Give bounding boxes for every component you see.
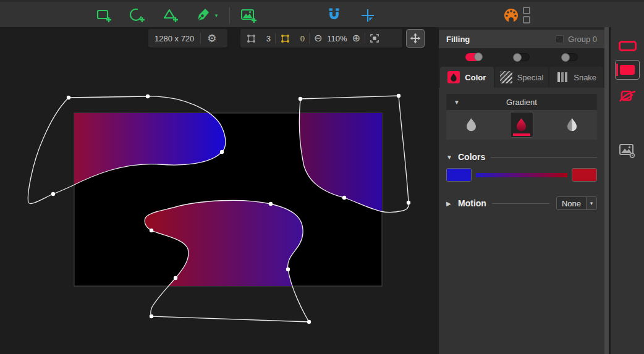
nodes-zoom-toolbar: 3 0 ⊖ 110% ⊕ — [240, 29, 402, 48]
artboard-scene — [0, 27, 439, 354]
anchor-point[interactable] — [174, 276, 177, 280]
divider — [275, 33, 276, 44]
fill-gradient-button[interactable] — [510, 112, 533, 138]
tab-label: Color — [465, 73, 486, 82]
zoom-out-icon[interactable]: ⊖ — [314, 33, 322, 43]
toggle-knob — [561, 53, 570, 62]
group-label: Group 0 — [568, 35, 597, 44]
gradient-preview-bar[interactable] — [476, 173, 567, 177]
pen-dropdown-icon[interactable]: ▾ — [211, 6, 221, 25]
handles-count: 0 — [295, 34, 305, 43]
nodes-count-icon — [246, 33, 256, 44]
image-fill-settings-icon[interactable] — [619, 143, 636, 159]
anchor-point[interactable] — [397, 94, 400, 98]
fill-visible-toggle[interactable] — [465, 53, 482, 61]
fit-to-screen-icon[interactable] — [370, 33, 379, 43]
motion-label: Motion — [458, 198, 486, 208]
fill-type-tabs: Color Special Snake — [439, 65, 604, 88]
zoom-in-icon[interactable]: ⊕ — [352, 33, 360, 43]
motion-value: None — [557, 197, 586, 209]
toggle-row — [439, 48, 604, 65]
panel-title: Filling — [446, 35, 470, 44]
palette-glyph — [502, 6, 520, 25]
gradient-section: ▼ Gradient — [446, 94, 597, 140]
style-sidebar — [611, 27, 644, 354]
stroke-rectangle-icon[interactable] — [619, 41, 637, 51]
anchor-point[interactable] — [146, 95, 150, 98]
add-image-icon[interactable] — [239, 6, 258, 25]
magnet-glyph — [324, 6, 343, 25]
color-palette-icon[interactable] — [501, 6, 521, 25]
artboard-settings-gear-icon[interactable]: ⚙ — [207, 33, 216, 44]
group-checkbox[interactable] — [556, 35, 564, 43]
toggle-2[interactable] — [513, 53, 530, 61]
zoom-level[interactable]: 110% — [326, 34, 347, 43]
panel-header: Filling Group 0 — [439, 30, 604, 48]
two-tone-droplet-icon — [566, 117, 578, 132]
color-droplet-icon — [447, 71, 460, 83]
chevron-down-icon: ▼ — [446, 154, 452, 161]
panel-layout-icon[interactable] — [523, 7, 530, 23]
motion-dropdown[interactable]: None ▾ — [556, 196, 597, 210]
solid-droplet-icon — [465, 117, 477, 132]
toggle-knob — [513, 53, 522, 62]
chevron-down-icon: ▾ — [215, 12, 218, 19]
colors-label: Colors — [458, 152, 485, 162]
add-image-glyph — [239, 6, 258, 25]
anchor-point[interactable] — [220, 150, 224, 154]
tab-special[interactable]: Special — [495, 67, 549, 88]
start-color-swatch[interactable] — [446, 168, 472, 182]
add-ellipse-icon[interactable] — [127, 6, 147, 25]
anchor-point[interactable] — [286, 268, 290, 271]
pan-tool-button[interactable] — [406, 29, 425, 48]
add-rectangle-icon[interactable] — [94, 6, 114, 25]
toggle-knob — [474, 53, 483, 61]
anchor-point[interactable] — [307, 320, 311, 324]
gradient-droplet-icon — [515, 117, 527, 132]
colors-section-header[interactable]: ▼ Colors — [446, 152, 597, 162]
anchor-point[interactable] — [269, 202, 273, 206]
anchor-point[interactable] — [407, 201, 410, 204]
gradient-header[interactable]: ▼ Gradient — [446, 94, 597, 110]
handles-count-icon — [280, 33, 290, 44]
divider — [309, 33, 310, 44]
vector-editor-window: ▾ — [0, 0, 644, 354]
anchor-point[interactable] — [150, 314, 153, 318]
top-toolbar: ▾ — [0, 0, 644, 27]
chevron-down-icon: ▼ — [454, 99, 460, 106]
add-rectangle-glyph — [95, 6, 113, 25]
group-control[interactable]: Group 0 — [556, 35, 597, 44]
toggle-3[interactable] — [561, 53, 578, 61]
selection-marker — [616, 64, 618, 76]
add-triangle-glyph — [161, 6, 180, 25]
gradient-label: Gradient — [506, 98, 537, 107]
divider — [492, 203, 549, 204]
pen-tool-icon[interactable] — [193, 6, 213, 25]
fill-rectangle-button-selected[interactable] — [615, 60, 640, 80]
pen-glyph — [193, 6, 212, 25]
add-anchor-icon[interactable] — [358, 6, 378, 25]
add-ellipse-glyph — [128, 6, 146, 25]
fill-solid-button[interactable] — [460, 112, 483, 138]
tab-color[interactable]: Color — [440, 67, 494, 88]
layout-square-top — [523, 7, 530, 14]
add-triangle-icon[interactable] — [161, 6, 180, 25]
fill-pattern-button[interactable] — [560, 112, 583, 138]
panel-scrollbar[interactable] — [604, 27, 609, 354]
tab-snake[interactable]: Snake — [549, 67, 603, 88]
pan-arrows-icon — [410, 33, 421, 44]
filling-panel: Filling Group 0 Color Special — [439, 27, 604, 354]
chevron-right-icon: ▶ — [446, 200, 452, 207]
anchor-point[interactable] — [51, 192, 55, 196]
anchor-point[interactable] — [299, 97, 302, 101]
anchor-point[interactable] — [342, 196, 346, 200]
end-color-swatch[interactable] — [572, 168, 597, 182]
motion-section-header[interactable]: ▶ Motion None ▾ — [446, 196, 597, 210]
anchor-point[interactable] — [150, 229, 153, 232]
anchor-point[interactable] — [67, 96, 70, 99]
layout-square-bottom — [523, 16, 530, 23]
canvas-viewport[interactable]: 1280 x 720 ⚙ 3 0 ⊖ 110% ⊕ — [0, 27, 439, 354]
color-tab-content: ▼ Gradient — [439, 88, 604, 210]
snapping-magnet-icon[interactable] — [324, 6, 344, 25]
stroke-style-icon[interactable] — [618, 87, 637, 104]
